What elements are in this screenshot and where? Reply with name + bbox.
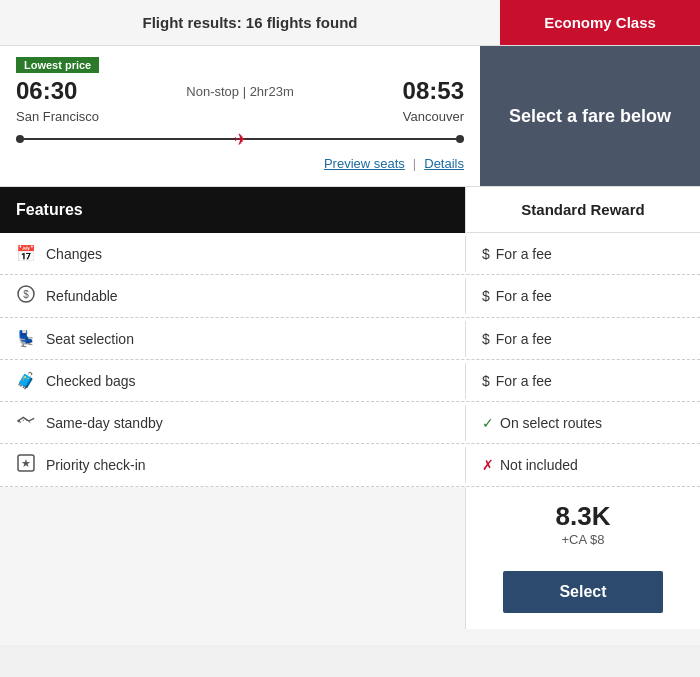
standby-value-cell: ✓ On select routes — [465, 405, 700, 441]
origin-city: San Francisco — [16, 109, 99, 124]
flight-cities-row: San Francisco Vancouver — [16, 109, 464, 124]
feature-row-standby: Same-day standby ✓ On select routes — [0, 402, 700, 444]
progress-line: ✈ — [16, 138, 464, 140]
features-section: 📅 Changes $ For a fee $ Refundable $ — [0, 233, 700, 487]
refundable-value: For a fee — [496, 288, 552, 304]
features-header-row: Features Standard Reward — [0, 187, 700, 233]
price-sub: +CA $8 — [561, 532, 604, 547]
feature-row-bags: 🧳 Checked bags $ For a fee — [0, 360, 700, 402]
features-left-col: 📅 Changes $ For a fee $ Refundable $ — [0, 233, 700, 487]
seat-value-icon: $ — [482, 331, 490, 347]
select-right-panel: Select — [465, 571, 700, 629]
seat-label: Seat selection — [46, 331, 134, 347]
fare-select-panel: Select a fare below — [480, 46, 700, 186]
changes-value-cell: $ For a fee — [465, 236, 700, 272]
standby-value-icon: ✓ — [482, 415, 494, 431]
priority-label: Priority check-in — [46, 457, 146, 473]
feature-row-changes: 📅 Changes $ For a fee — [0, 233, 700, 275]
details-link[interactable]: Details — [424, 156, 464, 171]
feature-row-seat: 💺 Seat selection $ For a fee — [0, 318, 700, 360]
results-count: 16 flights found — [246, 14, 358, 31]
refundable-icon: $ — [16, 285, 36, 307]
changes-value-icon: $ — [482, 246, 490, 262]
bags-value-cell: $ For a fee — [465, 363, 700, 399]
flight-progress-bar: ✈ — [16, 130, 464, 148]
feature-row-refundable: $ Refundable $ For a fee — [0, 275, 700, 318]
link-separator: | — [413, 156, 416, 171]
flight-links-row: Preview seats | Details — [16, 156, 464, 181]
flight-times-row: 06:30 Non-stop | 2hr23m 08:53 — [16, 77, 464, 105]
select-left-spacer — [0, 571, 465, 629]
flight-card: Lowest price 06:30 Non-stop | 2hr23m 08:… — [0, 46, 700, 187]
priority-value-cell: ✗ Not included — [465, 447, 700, 483]
refundable-value-cell: $ For a fee — [465, 278, 700, 314]
svg-point-2 — [17, 419, 20, 422]
features-column-header: Features — [0, 187, 465, 233]
standard-reward-header: Standard Reward — [465, 187, 700, 233]
price-points: 8.3K — [556, 501, 611, 532]
changes-value: For a fee — [496, 246, 552, 262]
standby-icon — [16, 413, 36, 433]
progress-dot-right — [456, 135, 464, 143]
lowest-price-badge: Lowest price — [16, 57, 99, 73]
depart-time: 06:30 — [16, 77, 77, 105]
bags-value: For a fee — [496, 373, 552, 389]
priority-icon: ★ — [16, 454, 36, 476]
priority-value: Not included — [500, 457, 578, 473]
standby-value: On select routes — [500, 415, 602, 431]
fare-select-label: Select a fare below — [509, 106, 671, 127]
bags-icon: 🧳 — [16, 371, 36, 390]
svg-text:★: ★ — [21, 457, 31, 469]
destination-city: Vancouver — [403, 109, 464, 124]
priority-value-icon: ✗ — [482, 457, 494, 473]
standby-label: Same-day standby — [46, 415, 163, 431]
preview-seats-link[interactable]: Preview seats — [324, 156, 405, 171]
bags-value-icon: $ — [482, 373, 490, 389]
seat-value-cell: $ For a fee — [465, 321, 700, 357]
plane-icon: ✈ — [234, 130, 247, 149]
svg-text:$: $ — [23, 289, 29, 300]
flight-info-panel: Lowest price 06:30 Non-stop | 2hr23m 08:… — [0, 46, 480, 186]
pricing-section: 8.3K +CA $8 — [0, 487, 700, 571]
select-button[interactable]: Select — [503, 571, 663, 613]
page-header: Flight results: 16 flights found Economy… — [0, 0, 700, 46]
progress-dot-left — [16, 135, 24, 143]
refundable-label: Refundable — [46, 288, 118, 304]
arrive-time: 08:53 — [403, 77, 464, 105]
pricing-right-panel: 8.3K +CA $8 — [465, 487, 700, 571]
pricing-left-spacer — [0, 487, 465, 571]
feature-row-priority: ★ Priority check-in ✗ Not included — [0, 444, 700, 487]
flight-results-title: Flight results: 16 flights found — [0, 0, 500, 45]
select-row: Select — [0, 571, 700, 645]
changes-icon: 📅 — [16, 244, 36, 263]
seat-icon: 💺 — [16, 329, 36, 348]
refundable-value-icon: $ — [482, 288, 490, 304]
results-label: Flight results: — [142, 14, 245, 31]
bags-label: Checked bags — [46, 373, 136, 389]
route-info: Non-stop | 2hr23m — [186, 84, 293, 99]
economy-class-badge: Economy Class — [500, 0, 700, 45]
seat-value: For a fee — [496, 331, 552, 347]
changes-label: Changes — [46, 246, 102, 262]
